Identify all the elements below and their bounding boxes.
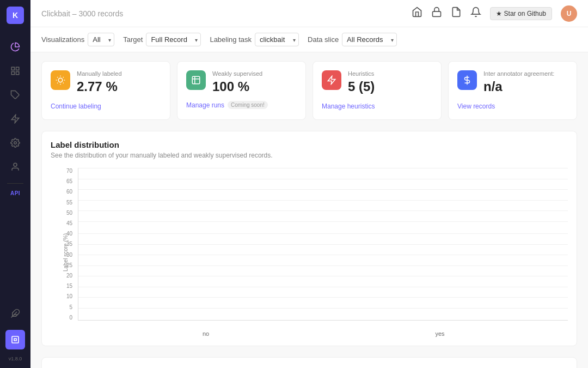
- card-title-0: Manually labeled: [77, 70, 122, 77]
- card-header-1: Weakly supervised 100 %: [186, 70, 297, 94]
- card-title-2: Heuristics: [348, 70, 375, 77]
- github-button[interactable]: ★ Star on Github: [490, 7, 552, 20]
- sidebar-item-profile[interactable]: [5, 157, 25, 177]
- card-value-1: 100 %: [212, 79, 262, 94]
- svg-rect-1: [16, 67, 19, 70]
- heuristics-card: Heuristics 5 (5) Manage heuristics: [313, 61, 442, 120]
- target-filter: Target Full Record: [123, 33, 201, 46]
- svg-line-20: [63, 77, 64, 77]
- lock-icon[interactable]: [431, 7, 442, 20]
- card-title-1: Weakly supervised: [212, 70, 262, 77]
- record-count: – 3000 records: [72, 9, 123, 18]
- document-icon[interactable]: [451, 7, 462, 20]
- coming-soon-badge: Coming soon!: [228, 101, 268, 109]
- card-link-1[interactable]: Manage runs: [186, 101, 224, 109]
- sidebar-logo[interactable]: K: [7, 7, 24, 24]
- card-link-2[interactable]: Manage heuristics: [322, 102, 375, 110]
- sidebar-item-active[interactable]: [5, 330, 25, 349]
- user-avatar[interactable]: U: [561, 5, 577, 22]
- card-header-2: Heuristics 5 (5): [322, 70, 432, 94]
- sidebar-item-settings[interactable]: [5, 133, 25, 153]
- heuristics-icon: [322, 70, 341, 90]
- svg-marker-21: [328, 76, 335, 85]
- card-header-3: Inter annotator agreement: n/a: [457, 70, 568, 94]
- card-link-3[interactable]: View records: [457, 102, 495, 110]
- chart-title: Label distribution: [51, 140, 568, 149]
- topbar: Clickbait – 3000 records ★ Star on Githu…: [30, 0, 588, 27]
- data-slice-filter: Data slice All Records: [308, 33, 397, 46]
- label-distribution-section: Label distribution See the distribution …: [41, 131, 577, 346]
- card-text-2: Heuristics 5 (5): [348, 70, 375, 94]
- manually-labeled-card: Manually labeled 2.77 % Continue labelin…: [41, 61, 170, 120]
- main-content: Clickbait – 3000 records ★ Star on Githu…: [30, 0, 588, 368]
- version-label: v1.8.0: [9, 356, 22, 361]
- labeling-task-select[interactable]: clickbait: [255, 33, 299, 46]
- annotator-agreement-card: Inter annotator agreement: n/a View reco…: [448, 61, 577, 120]
- page-title: Clickbait – 3000 records: [41, 9, 123, 18]
- filterbar: Visualizations All Target Full Record La…: [30, 27, 588, 52]
- sidebar-item-tag[interactable]: [5, 85, 25, 105]
- card-link-0[interactable]: Continue labeling: [51, 102, 101, 110]
- card-text: Manually labeled 2.77 %: [77, 70, 122, 94]
- sidebar-item-grid[interactable]: [5, 61, 25, 81]
- visualizations-select-wrapper[interactable]: All: [88, 33, 114, 46]
- chart-container: 70 65 60 55 50 45 40 35 30 25 20 15 10 5…: [51, 168, 568, 337]
- home-icon[interactable]: [412, 7, 422, 20]
- target-select[interactable]: Full Record: [146, 33, 201, 46]
- chart-area: [78, 168, 568, 321]
- svg-line-16: [63, 83, 64, 83]
- annotator-icon: [457, 70, 477, 90]
- card-text-3: Inter annotator agreement: n/a: [483, 70, 554, 94]
- labeling-task-filter: Labeling task clickbait: [210, 33, 299, 46]
- data-slice-label: Data slice: [308, 35, 339, 44]
- sidebar-bottom: v1.8.0: [5, 301, 25, 361]
- card-text-1: Weakly supervised 100 %: [212, 70, 262, 94]
- github-button-label: Star on Github: [504, 10, 546, 17]
- svg-rect-0: [11, 67, 14, 70]
- confidence-distribution-section: Confidence distribution See the confiden…: [41, 357, 577, 368]
- svg-line-19: [57, 83, 58, 83]
- content-area: Manually labeled 2.77 % Continue labelin…: [30, 52, 588, 368]
- weakly-supervised-card: Weakly supervised 100 % Manage runs Comi…: [177, 61, 306, 120]
- x-label-yes: yes: [345, 330, 535, 337]
- bell-icon[interactable]: [470, 7, 481, 20]
- data-slice-select[interactable]: All Records: [342, 33, 397, 46]
- labeling-task-label: Labeling task: [210, 35, 252, 44]
- card-title-3: Inter annotator agreement:: [483, 70, 554, 77]
- target-select-wrapper[interactable]: Full Record: [146, 33, 201, 46]
- card-value-2: 5 (5): [348, 79, 375, 94]
- stats-cards: Manually labeled 2.77 % Continue labelin…: [41, 61, 577, 120]
- card-value-0: 2.77 %: [77, 79, 122, 94]
- svg-marker-5: [11, 115, 19, 123]
- svg-rect-3: [11, 72, 14, 75]
- svg-rect-2: [16, 72, 19, 75]
- visualizations-select[interactable]: All: [88, 33, 114, 46]
- chart-subtitle: See the distribution of your manually la…: [51, 152, 568, 159]
- star-icon: ★: [496, 10, 502, 17]
- svg-line-15: [57, 77, 58, 77]
- labeling-task-select-wrapper[interactable]: clickbait: [255, 33, 299, 46]
- api-label[interactable]: API: [10, 190, 20, 196]
- card-value-3: n/a: [483, 79, 554, 94]
- x-axis: no yes: [78, 330, 568, 337]
- sidebar-item-ai[interactable]: [5, 109, 25, 129]
- sidebar-divider: [7, 183, 23, 184]
- data-slice-select-wrapper[interactable]: All Records: [342, 33, 397, 46]
- sidebar-item-chart[interactable]: [5, 37, 25, 57]
- card-header: Manually labeled 2.77 %: [51, 70, 161, 94]
- target-label: Target: [123, 35, 143, 44]
- project-name: Clickbait: [41, 9, 70, 18]
- y-axis-title: Label score (%): [63, 233, 69, 272]
- svg-point-12: [58, 78, 63, 82]
- svg-rect-10: [12, 336, 19, 343]
- svg-point-7: [14, 163, 17, 166]
- manually-labeled-icon: [51, 70, 70, 90]
- sidebar: K API v1.8.0: [0, 0, 30, 368]
- sidebar-item-extensions[interactable]: [5, 304, 25, 323]
- svg-point-6: [14, 142, 17, 144]
- visualizations-filter: Visualizations All: [41, 33, 114, 46]
- bars-container: [78, 168, 568, 320]
- visualizations-label: Visualizations: [41, 35, 84, 44]
- topbar-actions: ★ Star on Github U: [412, 5, 577, 22]
- svg-rect-11: [432, 11, 440, 16]
